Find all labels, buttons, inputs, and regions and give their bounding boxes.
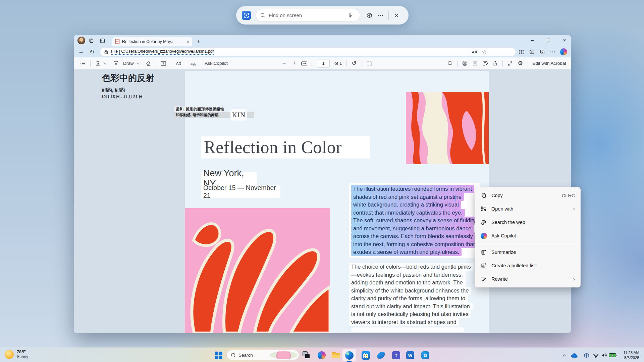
microsoft-365-button[interactable] xyxy=(377,351,385,360)
draw-label[interactable]: Draw xyxy=(123,61,134,66)
click-to-do-icon[interactable] xyxy=(364,10,375,21)
menu-item-summarize[interactable]: Summarize xyxy=(475,245,580,259)
fit-to-width-icon[interactable] xyxy=(300,59,309,68)
copilot-button[interactable] xyxy=(559,47,568,56)
battery-tray-icon[interactable] xyxy=(609,352,616,359)
read-aloud-icon[interactable]: A xyxy=(174,59,183,68)
split-screen-icon[interactable] xyxy=(517,47,526,56)
microsoft-store-button[interactable] xyxy=(361,351,370,360)
collections-icon[interactable] xyxy=(527,47,536,56)
task-view-button[interactable] xyxy=(302,351,311,360)
find-close-button[interactable]: × xyxy=(391,10,402,21)
teams-button[interactable]: T xyxy=(392,351,400,360)
draw-pen-icon[interactable] xyxy=(111,59,121,68)
browser-window: PDF Reflection in Color by Maya Larkin ×… xyxy=(74,35,571,333)
workspaces-icon[interactable] xyxy=(88,37,95,44)
profile-avatar[interactable] xyxy=(77,37,85,44)
divider xyxy=(502,60,503,66)
highlighted-paragraph[interactable]: The illustration features rounded forms … xyxy=(349,183,480,258)
read-aloud-icon[interactable]: A xyxy=(470,47,479,56)
document-title-band[interactable]: Reflection in Color xyxy=(201,136,370,159)
new-tab-button[interactable]: + xyxy=(194,37,203,46)
find-input[interactable] xyxy=(269,12,344,18)
wifi-tray-icon[interactable] xyxy=(592,352,599,359)
menu-item-bulleted-list[interactable]: Create a bulleted list xyxy=(475,259,580,272)
click-to-do-tray-icon[interactable] xyxy=(583,352,590,359)
ask-copilot-button[interactable]: Ask Copilot xyxy=(205,61,228,66)
file-explorer-button[interactable] xyxy=(331,351,340,360)
page-view-icon xyxy=(365,59,374,68)
document-dates-band[interactable]: October 15 — November 21 xyxy=(201,185,280,198)
body-line: is not only aesthetically pleasing but a… xyxy=(349,310,471,318)
word-button[interactable]: W xyxy=(406,351,415,360)
taskbar-search-label: Search xyxy=(238,353,267,358)
draw-dropdown-icon[interactable] xyxy=(136,61,140,64)
maximize-button[interactable] xyxy=(541,35,555,46)
search-icon xyxy=(230,352,236,358)
save-as-icon[interactable] xyxy=(480,59,490,68)
highlighter-icon[interactable] xyxy=(93,59,103,68)
menu-item-copy[interactable]: Copy Ctrl+C xyxy=(475,189,580,202)
translate-icon[interactable]: aあ xyxy=(189,59,198,68)
outlook-button[interactable]: O xyxy=(421,351,430,360)
copilot-icon xyxy=(318,351,326,359)
menu-item-rewrite[interactable]: Rewrite › xyxy=(475,272,580,286)
visual-search-icon[interactable] xyxy=(242,11,251,20)
taskbar-search[interactable]: Search xyxy=(226,350,299,360)
refresh-button[interactable]: ↻ xyxy=(87,47,97,56)
find-more-button[interactable]: ··· xyxy=(375,10,386,21)
browser-more-button[interactable]: ··· xyxy=(548,47,557,56)
tray-show-hidden-icons[interactable] xyxy=(560,352,568,359)
edge-button[interactable] xyxy=(345,351,354,360)
body-paragraph[interactable]: The choice of colors—bold reds and gentl… xyxy=(349,263,474,326)
microphone-icon[interactable] xyxy=(344,10,356,21)
menu-item-search-web[interactable]: Search the web xyxy=(475,216,580,229)
divider xyxy=(346,60,347,66)
pdf-toolbar: Draw A aあ Ask Copilot xyxy=(74,57,571,70)
highlighted-line: exudes a sense of warmth and playfulness… xyxy=(351,248,462,256)
add-text-icon[interactable] xyxy=(159,59,168,68)
minimize-button[interactable]: – xyxy=(525,35,539,46)
taskbar-clock[interactable]: 11:28 AM 5/6/2025 xyxy=(623,350,639,360)
menu-item-ask-copilot[interactable]: Ask Copilot xyxy=(475,229,580,242)
edit-with-acrobat-button[interactable]: Edit with Acrobat xyxy=(532,61,566,66)
document-location-band[interactable]: New York, NY xyxy=(201,172,257,185)
copy-icon xyxy=(480,192,487,199)
zoom-out-icon[interactable]: − xyxy=(279,59,289,68)
zoom-in-icon[interactable]: + xyxy=(289,59,299,68)
capture-frame-icon xyxy=(243,12,250,18)
maximize-icon xyxy=(547,39,550,42)
teams-icon: T xyxy=(392,351,400,359)
onedrive-tray-icon[interactable] xyxy=(571,352,578,359)
taskbar-copilot-button[interactable] xyxy=(317,351,326,360)
table-of-contents-icon[interactable] xyxy=(78,59,88,68)
address-bar[interactable]: File | C:Users/Onedrive/s_izza/lovegived… xyxy=(100,47,516,56)
search-document-icon[interactable] xyxy=(445,59,454,68)
find-on-screen-bar: ··· × xyxy=(236,6,409,25)
rotate-icon[interactable]: ↺ xyxy=(350,59,359,68)
fullscreen-icon[interactable] xyxy=(505,59,515,68)
settings-gear-icon[interactable]: ⚙ xyxy=(516,59,525,68)
print-icon[interactable] xyxy=(460,59,470,68)
menu-label: Search the web xyxy=(491,220,525,225)
back-button[interactable]: ← xyxy=(76,47,86,56)
volume-tray-icon[interactable] xyxy=(600,352,608,359)
add-to-collection-icon[interactable] xyxy=(538,47,547,56)
page-number-input[interactable] xyxy=(317,59,330,67)
favorite-star-icon[interactable]: ☆ xyxy=(480,47,489,56)
document-dates: October 15 — November 21 xyxy=(201,184,280,199)
eraser-icon[interactable] xyxy=(144,59,153,68)
clock-time: 11:28 AM xyxy=(623,350,639,355)
tab-close-icon[interactable]: × xyxy=(186,39,190,44)
highlighter-dropdown-icon[interactable] xyxy=(104,61,107,64)
find-search-field[interactable] xyxy=(256,9,360,22)
context-menu: Copy Ctrl+C Open with › Search the web A… xyxy=(475,187,581,287)
active-tab[interactable]: PDF Reflection in Color by Maya Larkin × xyxy=(112,37,192,46)
menu-item-open-with[interactable]: Open with › xyxy=(475,202,580,216)
body-line: viewers to interpret its abstract shapes… xyxy=(349,318,459,326)
tab-actions-icon[interactable] xyxy=(99,37,106,44)
start-button[interactable] xyxy=(214,351,223,360)
window-close-button[interactable]: × xyxy=(557,35,571,46)
share-icon[interactable] xyxy=(490,59,500,68)
weather-widget[interactable]: 78°F Sunny xyxy=(5,350,28,359)
